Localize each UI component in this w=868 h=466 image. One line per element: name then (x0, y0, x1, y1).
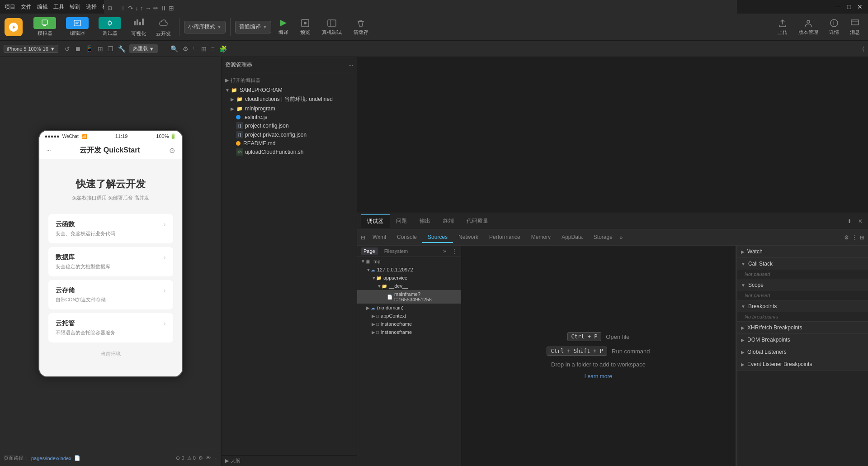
opened-editors-label[interactable]: ▶ 打开的编辑器 (222, 75, 357, 86)
detail-button[interactable]: i 详情 (826, 16, 843, 38)
search-icon[interactable]: 🔍 (170, 44, 179, 53)
outline-section[interactable]: ▶ 大纲 (222, 456, 357, 466)
close-button[interactable]: ✕ (856, 3, 863, 10)
src-item-instanceframe1[interactable]: ▶ □ instanceframe (357, 320, 461, 328)
src-item-appcontext[interactable]: ▶ □ appContext (357, 312, 461, 320)
camera-icon[interactable]: ⊙ (169, 146, 175, 155)
tab-terminal[interactable]: 终端 (437, 214, 460, 228)
menu-select[interactable]: 选择 (86, 3, 97, 11)
upload-button[interactable]: 上传 (774, 16, 791, 38)
compile-selector[interactable]: 普通编译 ▼ (235, 21, 271, 33)
more-tabs-icon[interactable]: » (620, 234, 623, 241)
settings-3-icon[interactable]: ⚙ (198, 455, 203, 461)
rs-xhr-header[interactable]: ▶ XHR/fetch Breakpoints (737, 322, 868, 333)
mode-selector[interactable]: 小程序模式 ▼ (184, 21, 226, 33)
visualize-btn[interactable]: 可视化 (127, 15, 150, 39)
src-item-appservice[interactable]: ▼ 📁 appservice (357, 274, 461, 282)
src-item-nodomain[interactable]: ▶ ☁ (no domain) (357, 304, 461, 312)
minimize-button[interactable]: ─ (835, 3, 842, 10)
version-button[interactable]: 版本管理 (795, 16, 822, 38)
expand-icon[interactable]: ⊞ (97, 44, 104, 53)
tab-debugger[interactable]: 调试器 (361, 214, 390, 228)
rs-watch-header[interactable]: ▶ Watch (737, 246, 868, 257)
src-tab-page[interactable]: Page (361, 247, 378, 255)
menu-file[interactable]: 文件 (21, 3, 32, 11)
puzzle-icon[interactable]: 🧩 (218, 44, 228, 53)
src-item-top[interactable]: ▼ ▣ top (357, 257, 461, 266)
hot-reload-btn[interactable]: 热重载 ▼ (129, 44, 158, 53)
src-item-mainframe[interactable]: 📄 mainframe?t=165534951258 (357, 290, 461, 304)
src-item-server[interactable]: ▼ ☁ 127.0.0.1:20972 (357, 266, 461, 274)
rs-callstack-header[interactable]: ▼ Call Stack (737, 258, 868, 270)
phone-card-4[interactable]: 云托管 不限语言的全托管容器服务 › (48, 313, 173, 342)
window-controls[interactable]: ─ □ ✕ (835, 3, 863, 10)
more-icon[interactable]: ··· (213, 455, 217, 461)
devtools-settings-icon[interactable]: ⚙ (844, 234, 849, 241)
tab-performance[interactable]: Performance (484, 232, 526, 243)
tab-storage[interactable]: Storage (588, 232, 618, 243)
tab-code-quality[interactable]: 代码质量 (460, 214, 495, 228)
tree-item-project-config[interactable]: {} project.config.json (222, 121, 357, 130)
tab-memory[interactable]: Memory (526, 232, 556, 243)
debug-2-icon[interactable]: ⚙ (182, 44, 189, 53)
debugger-btn[interactable]: 调试器 (95, 15, 125, 38)
rs-event-header[interactable]: ▶ Event Listener Breakpoints (737, 358, 868, 370)
phone-card-3[interactable]: 云存储 自带CDN加速文件存储 › (48, 280, 173, 309)
editor-btn[interactable]: 编辑器 (62, 15, 92, 38)
grid-icon[interactable]: ⊞ (200, 44, 208, 53)
phone-card-1[interactable]: 云函数 安全、免鉴权运行业务代码 › (48, 214, 173, 243)
tree-item-cloudfunctions[interactable]: ▶ 📁 cloudfunctions | 当前环境: undefined (222, 95, 357, 104)
src-item-dev[interactable]: ▼ 📁 __dev__ (357, 282, 461, 290)
expand-devtools-icon[interactable]: ⬆ (845, 217, 854, 225)
tab-wxml[interactable]: Wxml (367, 232, 392, 243)
tree-item-miniprogram[interactable]: ▶ 📁 miniprogram (222, 104, 357, 113)
src-tab-filesystem[interactable]: Filesystem (382, 247, 411, 255)
branch-icon[interactable]: ⑂ (192, 44, 198, 53)
stop-icon[interactable]: ⏹ (74, 44, 82, 53)
cloud-btn[interactable]: 云开发 (152, 15, 175, 39)
tab-issues[interactable]: 问题 (390, 214, 413, 228)
menu-project[interactable]: 项目 (5, 3, 15, 11)
phone-frame-icon[interactable]: 📱 (85, 44, 94, 53)
menu-goto[interactable]: 转到 (70, 3, 80, 11)
list-icon[interactable]: ≡ (210, 44, 216, 53)
menu-tool[interactable]: 工具 (53, 3, 64, 11)
back-icon[interactable]: ··· (47, 147, 51, 153)
copy-icon[interactable]: ❐ (107, 44, 114, 53)
device-selector[interactable]: iPhone 5 100% 16 ▼ (4, 45, 58, 53)
rs-global-header[interactable]: ▶ Global Listeners (737, 346, 868, 358)
menu-edit[interactable]: 编辑 (37, 3, 48, 11)
project-root[interactable]: ▼ 📁 SAMLPROGRAM (222, 86, 357, 95)
clear-cache-button[interactable]: 清缓存 (349, 16, 373, 38)
src-item-instanceframe2[interactable]: ▶ □ instanceframe (357, 328, 461, 336)
panel-header-icons[interactable]: ··· (349, 62, 353, 68)
reload-icon[interactable]: ↺ (64, 44, 71, 53)
rs-breakpoints-header[interactable]: ▼ Breakpoints (737, 300, 868, 312)
collapse-icon[interactable]: ⟨ (862, 46, 864, 52)
learn-more-link[interactable]: Learn more (585, 373, 612, 380)
tree-item-private-config[interactable]: {} project.private.config.json (222, 130, 357, 139)
settings-2-icon[interactable]: 🔧 (117, 44, 127, 53)
tab-sources[interactable]: Sources (422, 232, 453, 243)
message-button[interactable]: 消息 (846, 16, 863, 38)
tree-item-readme[interactable]: README.md (222, 139, 357, 147)
src-more-options-icon[interactable]: ⋮ (452, 248, 457, 254)
page-path[interactable]: pages/index/index (31, 456, 71, 461)
tab-appdata[interactable]: AppData (556, 232, 588, 243)
compile-button[interactable]: 编译 (274, 16, 293, 38)
more-options-icon[interactable]: ··· (349, 62, 353, 68)
real-debug-button[interactable]: 真机调试 (317, 16, 346, 38)
preview-button[interactable]: 预览 (296, 16, 315, 38)
simulator-btn[interactable]: 模拟器 (30, 15, 60, 38)
tree-item-upload-sh[interactable]: sh uploadCloudFunction.sh (222, 147, 357, 157)
tab-console[interactable]: Console (392, 232, 422, 243)
src-tab-more-icon[interactable]: » (443, 248, 446, 254)
tab-network[interactable]: Network (453, 232, 484, 243)
eye-icon[interactable]: 👁 (206, 455, 211, 461)
tab-output[interactable]: 输出 (413, 214, 437, 228)
tree-item-eslintrc[interactable]: .eslintrc.js (222, 113, 357, 121)
devtools-more-icon[interactable]: ⋮ (852, 234, 857, 241)
close-devtools-icon[interactable]: ✕ (856, 217, 864, 225)
maximize-button[interactable]: □ (845, 3, 853, 10)
rs-scope-header[interactable]: ▼ Scope (737, 279, 868, 291)
